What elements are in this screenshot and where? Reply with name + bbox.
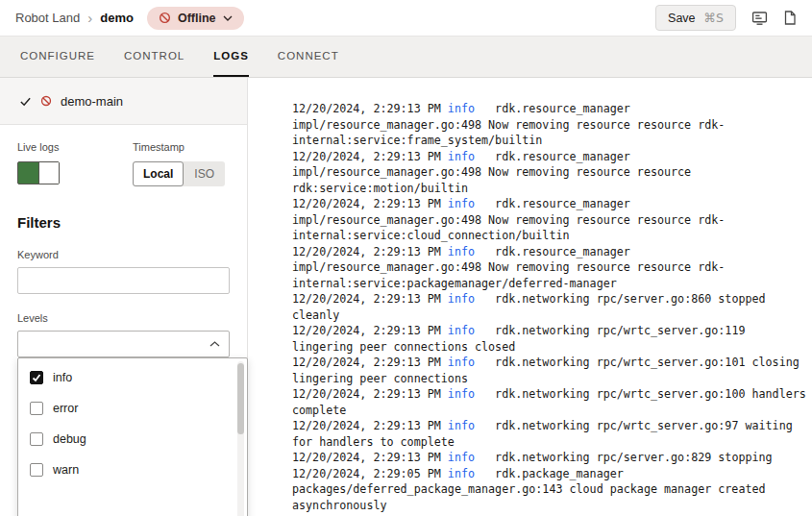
tab-configure[interactable]: CONFIGURE	[20, 37, 95, 77]
part-offline-icon	[40, 95, 52, 107]
levels-select[interactable]	[17, 331, 230, 357]
log-message: rdk.networking rpc/server.go:829 stoppin…	[475, 451, 773, 464]
breadcrumb-org[interactable]: Robot Land	[15, 11, 80, 25]
level-option-label: error	[53, 402, 78, 415]
dropdown-scrollbar-thumb[interactable]	[237, 363, 244, 434]
dropdown-scrollbar[interactable]	[237, 361, 244, 516]
log-level: info	[448, 292, 475, 306]
main-area: demo-main Live logs Timestamp LocalISO F…	[0, 78, 812, 516]
log-level: info	[448, 102, 475, 115]
tab-control[interactable]: CONTROL	[124, 37, 185, 77]
log-level: info	[448, 197, 475, 210]
status-badge-label: Offline	[178, 12, 216, 25]
save-button[interactable]: Save ⌘S	[655, 5, 736, 31]
log-timestamp: 12/20/2024, 2:29:13 PM	[292, 102, 448, 115]
timestamp-option-iso[interactable]: ISO	[184, 161, 225, 186]
levels-option-list: infoerrordebugwarn	[18, 362, 247, 485]
log-entry: 12/20/2024, 2:29:13 PM info rdk.networki…	[292, 323, 811, 355]
chevron-right-icon: ›	[87, 11, 92, 25]
log-timestamp: 12/20/2024, 2:29:13 PM	[292, 245, 448, 258]
breadcrumb-machine[interactable]: demo	[100, 11, 134, 25]
log-level: info	[448, 150, 475, 163]
log-level: info	[448, 467, 475, 480]
topbar-actions: Save ⌘S	[655, 5, 797, 31]
log-level: info	[448, 451, 475, 464]
checkbox-icon[interactable]	[30, 402, 43, 415]
keyword-input[interactable]	[17, 267, 230, 294]
level-option-label: info	[53, 371, 72, 384]
levels-dropdown: infoerrordebugwarn	[17, 357, 248, 516]
log-level: info	[448, 419, 475, 432]
log-timestamp: 12/20/2024, 2:29:13 PM	[292, 197, 448, 210]
log-entry: 12/20/2024, 2:29:13 PM info rdk.resource…	[292, 101, 811, 149]
breadcrumb: Robot Land › demo	[15, 11, 134, 25]
filters-title: Filters	[17, 214, 230, 231]
live-logs-toggle[interactable]	[17, 161, 60, 184]
log-viewer[interactable]: 12/20/2024, 2:29:13 PM info rdk.resource…	[248, 78, 812, 516]
app-root: Robot Land › demo Offline Save ⌘S	[0, 0, 812, 516]
log-timestamp: 12/20/2024, 2:29:13 PM	[292, 292, 448, 306]
chevron-down-icon	[223, 15, 233, 21]
log-timestamp: 12/20/2024, 2:29:13 PM	[292, 356, 448, 369]
log-entry: 12/20/2024, 2:29:13 PM info rdk.networki…	[292, 386, 811, 418]
level-option-error[interactable]: error	[18, 393, 247, 424]
log-entry: 12/20/2024, 2:29:13 PM info rdk.resource…	[292, 149, 811, 197]
level-option-debug[interactable]: debug	[18, 424, 247, 455]
level-option-label: warn	[53, 463, 79, 477]
network-off-icon	[159, 12, 171, 24]
levels-field: Levels	[17, 312, 230, 357]
log-entry: 12/20/2024, 2:29:05 PM info rdk.package_…	[292, 466, 811, 514]
log-entry: 12/20/2024, 2:29:13 PM info rdk.networki…	[292, 291, 811, 323]
log-timestamp: 12/20/2024, 2:29:13 PM	[292, 451, 448, 464]
log-level: info	[448, 245, 475, 258]
checkbox-icon[interactable]	[30, 432, 43, 446]
machine-status-badge[interactable]: Offline	[147, 7, 244, 30]
log-timestamp: 12/20/2024, 2:29:13 PM	[292, 387, 448, 401]
log-timestamp: 12/20/2024, 2:29:05 PM	[292, 467, 448, 480]
topbar: Robot Land › demo Offline Save ⌘S	[0, 0, 812, 37]
keyword-field: Keyword	[17, 249, 230, 294]
log-entry: 12/20/2024, 2:29:13 PM info rdk.resource…	[292, 244, 811, 292]
part-selector-demo-main[interactable]: demo-main	[0, 78, 247, 125]
check-icon	[19, 95, 32, 108]
checkbox-icon[interactable]	[30, 463, 43, 477]
timestamp-format-switch: LocalISO	[133, 161, 225, 186]
timestamp-option-local[interactable]: Local	[133, 161, 184, 186]
log-level: info	[448, 324, 475, 337]
log-entry: 12/20/2024, 2:29:13 PM info rdk.networki…	[292, 355, 811, 386]
timestamp-label: Timestamp	[133, 141, 225, 153]
logs-sidebar: demo-main Live logs Timestamp LocalISO F…	[0, 78, 248, 516]
level-option-label: debug	[53, 432, 86, 446]
levels-label: Levels	[17, 312, 230, 324]
log-level: info	[448, 356, 475, 369]
level-option-info[interactable]: info	[18, 362, 247, 393]
log-level: info	[448, 387, 475, 401]
save-shortcut-hint: ⌘S	[704, 11, 724, 25]
log-controls: Live logs Timestamp LocalISO	[0, 125, 247, 186]
tab-bar: CONFIGURECONTROLLOGSCONNECT	[0, 37, 812, 78]
chevron-up-icon	[209, 341, 220, 347]
tab-connect[interactable]: CONNECT	[278, 37, 339, 77]
log-timestamp: 12/20/2024, 2:29:13 PM	[292, 324, 448, 337]
toggle-knob	[38, 162, 59, 184]
log-entry: 12/20/2024, 2:29:13 PM info rdk.resource…	[292, 196, 811, 244]
log-entry: 12/20/2024, 2:29:13 PM info rdk.networki…	[292, 418, 811, 450]
level-option-warn[interactable]: warn	[18, 455, 247, 485]
tab-logs[interactable]: LOGS	[213, 37, 249, 77]
log-entry: 12/20/2024, 2:29:13 PM info rdk.networki…	[292, 450, 811, 466]
log-timestamp: 12/20/2024, 2:29:13 PM	[292, 419, 448, 432]
save-button-label: Save	[668, 12, 696, 25]
log-timestamp: 12/20/2024, 2:29:13 PM	[292, 150, 448, 163]
live-logs-label: Live logs	[17, 141, 133, 153]
keyword-label: Keyword	[17, 249, 230, 260]
part-name: demo-main	[61, 94, 123, 109]
checkbox-icon[interactable]	[30, 371, 43, 384]
monitor-icon[interactable]	[751, 10, 768, 26]
document-icon[interactable]	[783, 10, 797, 26]
